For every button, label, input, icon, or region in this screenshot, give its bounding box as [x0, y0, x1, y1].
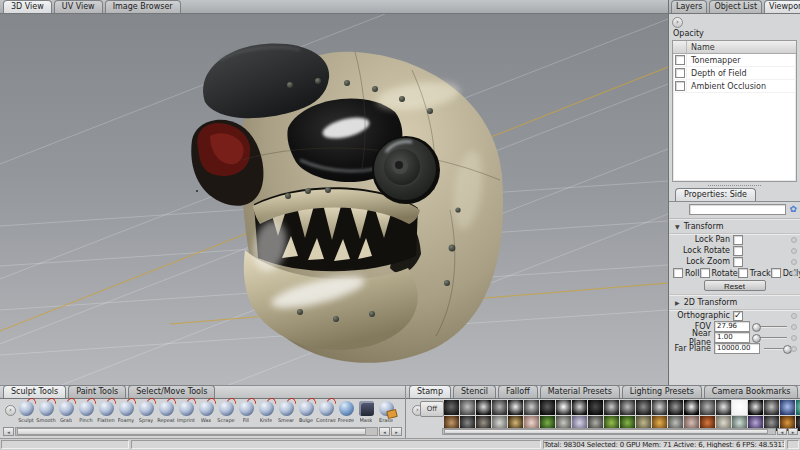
scroll-left-icon[interactable]: ◂ — [777, 428, 787, 435]
fov-slider[interactable] — [753, 322, 788, 331]
stamp-thumbnail[interactable] — [652, 400, 667, 415]
far-plane-slider[interactable] — [763, 344, 788, 353]
near-plane-slider[interactable] — [753, 333, 788, 342]
far-plane-input[interactable]: 10000.00 — [714, 343, 760, 354]
tab-paint-tools[interactable]: Paint Tools — [68, 385, 126, 398]
tab-stencil[interactable]: Stencil — [453, 385, 496, 398]
slider-handle[interactable] — [752, 334, 761, 343]
tab-image-browser[interactable]: Image Browser — [105, 0, 181, 13]
tool-label: Flatten — [97, 417, 115, 423]
filter-name: Tonemapper — [687, 56, 740, 65]
fov-input[interactable]: 27.96 — [714, 321, 750, 332]
tab-properties-side[interactable]: Properties: Side — [675, 188, 756, 201]
filter-visibility-checkbox[interactable] — [675, 55, 685, 65]
stamp-thumbnail[interactable] — [796, 400, 800, 415]
tool-sculpt[interactable]: Sculpt — [16, 401, 36, 423]
rotate-checkbox[interactable] — [700, 268, 710, 278]
stamp-thumbnail[interactable] — [700, 400, 715, 415]
tab-uv-view[interactable]: UV View — [54, 0, 103, 13]
stamp-thumbnail[interactable] — [492, 400, 507, 415]
stamp-thumbnail[interactable] — [620, 400, 635, 415]
tab-camera-bookmarks[interactable]: Camera Bookmarks — [704, 385, 799, 398]
expander-icon[interactable]: › — [5, 405, 16, 416]
stamp-thumbnail[interactable] — [540, 400, 555, 415]
tool-erase[interactable]: Erase — [376, 401, 396, 423]
tool-spray[interactable]: Spray — [136, 401, 156, 423]
stamp-thumbnail[interactable] — [572, 400, 587, 415]
stamp-off-button[interactable]: Off — [420, 401, 444, 417]
stamp-thumbnail[interactable] — [444, 400, 459, 415]
tray-scrollbar[interactable]: ◂ ▸ — [442, 428, 798, 435]
properties-toolbar: ✿ — [669, 202, 800, 219]
viewport-3d[interactable] — [0, 14, 668, 385]
reset-button[interactable]: Reset — [704, 280, 766, 291]
stamp-thumbnail[interactable] — [684, 400, 699, 415]
tool-smear[interactable]: Smear — [276, 401, 296, 423]
scroll-left-icon[interactable]: ◂ — [379, 427, 390, 436]
tool-scrollbar[interactable]: ◂ ◂ ▸ — [3, 427, 402, 436]
tool-flatten[interactable]: Flatten — [96, 401, 116, 423]
scroll-right-icon[interactable]: ▸ — [788, 428, 798, 435]
scroll-left-icon[interactable]: ◂ — [3, 427, 14, 436]
tab-viewport-filters[interactable]: Viewport Filters — [764, 0, 800, 13]
dolly-checkbox[interactable] — [771, 268, 781, 278]
tab-layers[interactable]: Layers — [671, 0, 707, 13]
tool-mask[interactable]: Mask — [356, 401, 376, 423]
roll-checkbox[interactable] — [673, 268, 683, 278]
stamp-thumbnail[interactable] — [588, 400, 603, 415]
slider-handle[interactable] — [752, 323, 761, 332]
filter-visibility-checkbox[interactable] — [675, 81, 685, 91]
tab-select-move-tools[interactable]: Select/Move Tools — [128, 385, 215, 398]
transform2d-section-header[interactable]: ▶ 2D Transform — [669, 295, 800, 310]
track-checkbox[interactable] — [738, 268, 748, 278]
gear-icon[interactable]: ✿ — [789, 205, 797, 214]
tab-sculpt-tools[interactable]: Sculpt Tools — [3, 385, 66, 398]
stamp-thumbnail[interactable] — [604, 400, 619, 415]
sculpt-model-dog-head[interactable] — [150, 40, 520, 385]
stamp-thumbnail[interactable] — [668, 400, 683, 415]
tab-object-list[interactable]: Object List — [709, 0, 762, 13]
tab-material-presets[interactable]: Material Presets — [540, 385, 620, 398]
tool-bulge[interactable]: Bulge — [296, 401, 316, 423]
stamp-thumbnail[interactable] — [764, 400, 779, 415]
stamp-thumbnail[interactable] — [780, 400, 795, 415]
stamp-thumbnail[interactable] — [524, 400, 539, 415]
scrollbar-thumb[interactable] — [17, 428, 366, 435]
stamp-thumbnail[interactable] — [476, 400, 491, 415]
tool-grab[interactable]: Grab — [56, 401, 76, 423]
tab-3d-view[interactable]: 3D View — [3, 0, 52, 13]
tool-scrape[interactable]: Scrape — [216, 401, 236, 423]
stamp-thumbnail[interactable] — [732, 400, 747, 415]
tool-freeze[interactable]: Freeze — [336, 401, 356, 423]
orthographic-checkbox[interactable] — [733, 311, 743, 321]
tool-knife[interactable]: Knife — [256, 401, 276, 423]
tool-smooth[interactable]: Smooth — [36, 401, 56, 423]
lock-rotate-checkbox[interactable] — [733, 246, 743, 256]
stamp-thumbnail[interactable] — [460, 400, 475, 415]
lock-zoom-checkbox[interactable] — [733, 257, 743, 267]
near-plane-input[interactable]: 1.00 — [714, 332, 750, 343]
transform-section-header[interactable]: ▼ Transform — [669, 219, 800, 234]
stamp-thumbnail[interactable] — [636, 400, 651, 415]
stamp-thumbnail[interactable] — [556, 400, 571, 415]
tool-contrast[interactable]: Contrast — [316, 401, 336, 423]
tool-foamy[interactable]: Foamy — [116, 401, 136, 423]
stamp-thumbnail[interactable] — [508, 400, 523, 415]
scrollbar-thumb[interactable] — [444, 429, 768, 434]
tool-wax[interactable]: Wax — [196, 401, 216, 423]
stamp-thumbnail[interactable] — [748, 400, 763, 415]
tool-fill[interactable]: Fill — [236, 401, 256, 423]
tool-repeat[interactable]: Repeat — [156, 401, 176, 423]
tab-lighting-presets[interactable]: Lighting Presets — [622, 385, 702, 398]
tool-imprint[interactable]: Imprint — [176, 401, 196, 423]
tab-stamp[interactable]: Stamp — [409, 385, 451, 398]
panel-splitter[interactable] — [669, 183, 800, 188]
properties-filter-input[interactable] — [689, 204, 786, 215]
lock-pan-checkbox[interactable] — [733, 235, 743, 245]
stamp-thumbnail[interactable] — [716, 400, 731, 415]
expander-icon[interactable]: › — [672, 17, 683, 28]
tool-pinch[interactable]: Pinch — [76, 401, 96, 423]
scroll-right-icon[interactable]: ▸ — [391, 427, 402, 436]
filter-visibility-checkbox[interactable] — [675, 68, 685, 78]
tab-falloff[interactable]: Falloff — [498, 385, 538, 398]
